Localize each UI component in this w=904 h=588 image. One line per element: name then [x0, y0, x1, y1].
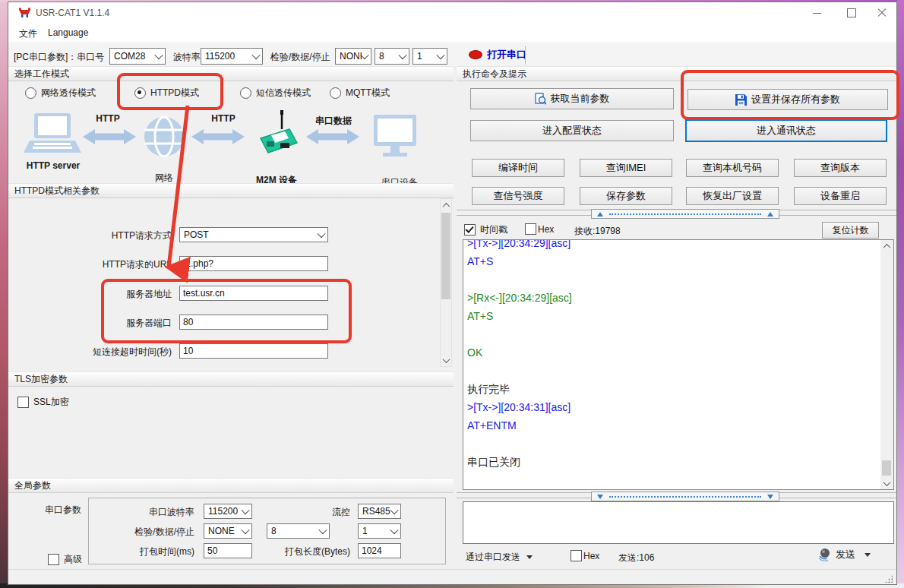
query-imei-button[interactable]: 查询IMEI: [580, 159, 672, 177]
radio-mqtt-mode[interactable]: MQTT模式: [330, 87, 390, 100]
menu-language[interactable]: Language: [48, 27, 88, 38]
sent-counter: 发送:106: [618, 552, 654, 564]
commands-header: 执行命令及提示: [457, 66, 897, 81]
serial-databits-select[interactable]: 8: [267, 523, 330, 539]
ssl-encrypt-checkbox[interactable]: SSL加密: [17, 396, 69, 409]
button-label: 设备重启: [820, 189, 860, 203]
databits-select[interactable]: 8: [375, 48, 409, 65]
open-serial-button[interactable]: 打开串口: [469, 46, 526, 63]
chevron-down-icon: [241, 526, 249, 534]
advanced-checkbox[interactable]: 高级: [48, 553, 82, 566]
resize-grip[interactable]: [885, 575, 893, 583]
enter-config-state-button[interactable]: 进入配置状态: [470, 120, 674, 141]
tls-params-header: TLS加密参数: [8, 371, 454, 387]
pack-length-input[interactable]: [358, 543, 401, 558]
wallpaper-strip-left: [0, 0, 8, 588]
query-version-button[interactable]: 查询版本: [794, 159, 887, 177]
collapse-up-icon: [767, 212, 773, 217]
server-address-input[interactable]: [179, 286, 328, 301]
serial-baud-value: 115200: [208, 506, 238, 517]
log-line: 串口已关闭: [463, 453, 880, 471]
splitter-dots: [609, 213, 761, 215]
button-label: 恢复出厂设置: [703, 189, 762, 203]
send-button-label: 发送: [836, 548, 855, 561]
set-save-all-params-button[interactable]: 设置并保存所有参数: [687, 89, 888, 110]
link-serial-data-label: 串口数据: [311, 115, 356, 128]
radio-net-transparent-mode[interactable]: 网络透传模式: [25, 87, 96, 100]
get-current-params-button[interactable]: 获取当前参数: [470, 88, 674, 109]
scrollbar-thumb[interactable]: [441, 213, 450, 299]
log-line: AT+S: [463, 307, 880, 325]
send-via-serial-dropdown[interactable]: 通过串口发送: [466, 551, 533, 564]
send-button[interactable]: 发送: [818, 548, 871, 561]
httpd-panel-scrollbar[interactable]: [440, 198, 452, 367]
serial-parity-select[interactable]: NONE: [204, 523, 252, 539]
radio-httpd-mode[interactable]: HTTPD模式: [134, 87, 199, 100]
log-line: AT+ENTM: [463, 416, 880, 435]
maximize-button[interactable]: [839, 2, 864, 24]
device-restart-button[interactable]: 设备重启: [794, 187, 887, 205]
query-local-number-button[interactable]: 查询本机号码: [686, 159, 779, 177]
recv-hex-checkbox[interactable]: Hex: [525, 223, 554, 235]
hex-label: Hex: [583, 551, 599, 561]
panel-splitter-bottom[interactable]: [457, 492, 897, 498]
timestamp-checkbox[interactable]: 时间戳: [464, 223, 507, 236]
scroll-down-icon[interactable]: [880, 477, 893, 489]
status-bar: [8, 569, 896, 585]
http-method-label: HTTP请求方式: [39, 229, 172, 242]
chevron-down-icon: [251, 51, 260, 59]
checkbox-icon: [571, 550, 582, 561]
scroll-up-icon[interactable]: [441, 199, 451, 211]
http-url-input[interactable]: [179, 256, 328, 271]
advanced-label: 高级: [64, 553, 82, 566]
factory-reset-button[interactable]: 恢复出厂设置: [686, 187, 779, 205]
log-view[interactable]: >[Tx->][20:34:29][asc]AT+S >[Rx<-][20:34…: [463, 239, 894, 490]
splitter-handle[interactable]: [591, 492, 779, 501]
minimize-button[interactable]: [804, 2, 829, 24]
query-signal-button[interactable]: 查信号强度: [472, 187, 564, 205]
baud-select[interactable]: 115200: [201, 48, 263, 65]
http-server-icon: [24, 113, 81, 154]
button-label: 查询IMEI: [606, 161, 646, 175]
http-method-select[interactable]: POST: [179, 227, 328, 242]
log-scrollbar[interactable]: [880, 240, 893, 489]
panel-splitter-top[interactable]: [457, 210, 897, 216]
serial-stopbits-select[interactable]: 1: [358, 523, 401, 539]
log-line: [463, 270, 880, 289]
short-conn-timeout-input[interactable]: [179, 343, 328, 359]
collapse-down-icon: [597, 495, 603, 499]
scrollbar-thumb[interactable]: [882, 460, 891, 476]
pack-length-label: 打包长度(Bytes): [267, 545, 350, 558]
save-params-button[interactable]: 保存参数: [580, 187, 672, 205]
splitter-handle[interactable]: [591, 209, 779, 219]
http-server-label: HTTP server: [19, 160, 87, 171]
menu-file[interactable]: 文件: [19, 27, 37, 40]
reset-counter-button[interactable]: 复位计数: [822, 222, 879, 239]
scroll-down-icon[interactable]: [441, 354, 451, 366]
server-address-label: 服务器地址: [39, 288, 172, 301]
radio-sms-transparent-mode[interactable]: 短信透传模式: [240, 87, 311, 100]
collapse-down-icon: [767, 495, 773, 499]
checkbox-icon: [48, 554, 59, 565]
log-line: [463, 362, 880, 380]
send-hex-checkbox[interactable]: Hex: [571, 550, 599, 561]
scroll-up-icon[interactable]: [880, 240, 893, 252]
server-port-label: 服务器端口: [39, 317, 172, 330]
flow-control-select[interactable]: RS485: [358, 504, 401, 519]
compile-time-button[interactable]: 编译时间: [472, 159, 564, 177]
serial-parity-value: NONE: [208, 526, 235, 536]
parity-select[interactable]: NONE: [335, 48, 371, 65]
double-arrow-icon: [83, 128, 136, 146]
commands-header-label: 执行命令及提示: [463, 68, 526, 81]
serial-baud-select[interactable]: 115200: [204, 504, 252, 519]
enter-comm-state-button[interactable]: 进入通讯状态: [685, 119, 887, 142]
pack-time-input[interactable]: [204, 543, 252, 558]
stopbits-value: 1: [417, 51, 422, 62]
close-button[interactable]: [870, 2, 894, 24]
chevron-down-icon: [154, 51, 163, 59]
serial-databits-value: 8: [271, 526, 277, 536]
send-input[interactable]: [463, 501, 894, 544]
com-port-select[interactable]: COM28: [109, 48, 166, 65]
server-port-input[interactable]: [179, 315, 328, 330]
stopbits-select[interactable]: 1: [412, 48, 447, 65]
